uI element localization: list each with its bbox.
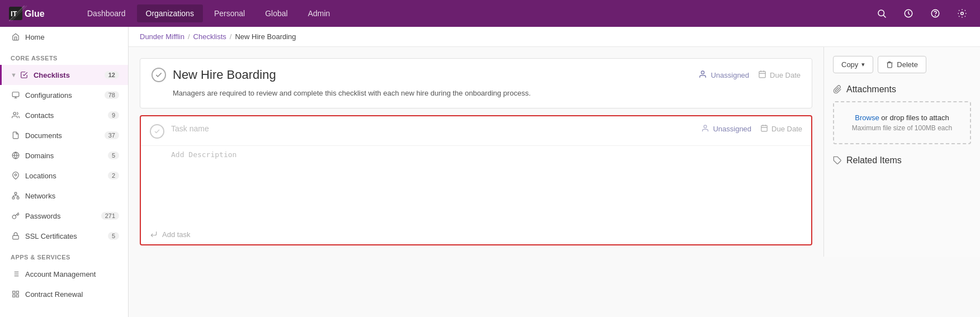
nav-right-icons [873,4,971,22]
sidebar-item-domains[interactable]: Domains 5 [0,145,128,165]
sidebar-item-locations[interactable]: Locations 2 [0,165,128,186]
assignee-label: Unassigned [711,71,749,79]
domains-icon [11,150,21,160]
drop-text: or drop files to attach [879,113,949,122]
sidebar-locations-label: Locations [25,172,108,180]
nav-dashboard[interactable]: Dashboard [78,4,135,22]
task-input-area [171,123,701,134]
svg-rect-18 [17,197,19,199]
svg-rect-19 [12,197,15,199]
delete-button[interactable]: Delete [878,56,926,73]
sidebar-item-networks[interactable]: Networks [0,186,128,206]
due-date-button[interactable]: Due Date [758,70,801,80]
breadcrumb-sep-1: / [188,32,190,41]
top-navigation: IT Glue Dashboard Organizations Personal… [0,0,980,27]
history-icon[interactable] [899,4,917,22]
sidebar-item-documents[interactable]: Documents 37 [0,125,128,145]
checklist-complete-button[interactable] [152,68,166,82]
task-assignee-icon [701,124,709,134]
svg-rect-31 [16,295,18,297]
ssl-icon [11,231,21,241]
sidebar-item-contract-renewal[interactable]: Contract Renewal [0,284,128,304]
checklists-icon [19,70,29,80]
sidebar-passwords-label: Passwords [25,212,101,220]
main-panel: New Hire Boarding Unassigned [129,47,823,257]
breadcrumb-org[interactable]: Dunder Mifflin [140,32,184,41]
sidebar-item-configurations[interactable]: Configurations 78 [0,85,128,105]
sidebar-item-ssl-certificates[interactable]: SSL Certificates 5 [0,226,128,246]
related-items-section: Related Items [833,155,971,165]
copy-button[interactable]: Copy ▾ [833,56,873,73]
sidebar-networks-label: Networks [25,192,119,200]
networks-icon [11,191,21,201]
task-assignee-label: Unassigned [713,125,751,133]
nav-organizations[interactable]: Organizations [137,4,203,22]
sidebar-home-label: Home [25,33,119,41]
svg-rect-38 [761,125,768,131]
checklists-count: 12 [105,71,119,79]
task-check-button[interactable] [150,124,164,139]
related-items-label: Related Items [846,155,902,165]
configurations-count: 78 [105,91,119,99]
documents-icon [11,130,21,140]
sidebar-item-home[interactable]: Home [0,27,128,47]
attachment-dropzone[interactable]: Browse or drop files to attach Maximum f… [833,101,971,144]
svg-point-9 [935,15,936,16]
browse-button[interactable]: Browse [855,113,879,122]
add-task-button[interactable]: Add task [141,225,811,244]
sidebar: Home Core Assets ▼ Checklists 12 Configu… [0,27,129,317]
breadcrumb: Dunder Mifflin / Checklists / New Hire B… [129,27,980,47]
checklist-title: New Hire Boarding [173,68,698,82]
sidebar-item-checklists[interactable]: ▼ Checklists 12 [0,65,128,85]
sidebar-item-contacts[interactable]: Contacts 9 [0,105,128,125]
search-icon[interactable] [873,4,891,22]
sidebar-item-passwords[interactable]: Passwords 271 [0,206,128,226]
nav-global[interactable]: Global [256,4,296,22]
domains-count: 5 [108,152,119,159]
task-meta: Unassigned Due Date [701,123,802,134]
checklist-meta: Unassigned Due Date [698,70,801,81]
paperclip-icon [833,85,842,94]
nav-admin[interactable]: Admin [299,4,339,22]
task-name-input[interactable] [171,123,701,134]
svg-line-6 [883,15,886,17]
logo-image: IT Glue [9,6,65,21]
svg-point-17 [15,174,17,176]
task-assignee-button[interactable]: Unassigned [701,124,751,134]
chevron-icon: ▼ [11,72,17,78]
sidebar-documents-label: Documents [25,131,105,140]
help-icon[interactable] [926,4,944,22]
settings-icon[interactable] [953,4,971,22]
attachment-drop-text: Browse or drop files to attach [845,113,959,122]
ssl-count: 5 [108,232,119,240]
copy-label: Copy [841,60,858,69]
sidebar-checklists-label: Checklists [34,71,105,79]
trash-icon [886,61,893,68]
main-content-area: Dunder Mifflin / Checklists / New Hire B… [129,27,980,317]
attachments-title: Attachments [833,84,971,94]
breadcrumb-section[interactable]: Checklists [193,32,226,41]
checklist-description: Managers are required to review and comp… [152,88,801,99]
svg-rect-30 [13,295,15,297]
nav-personal[interactable]: Personal [205,4,254,22]
checklist-header-card: New Hire Boarding Unassigned [140,58,812,108]
svg-point-14 [13,112,16,115]
task-due-date-button[interactable]: Due Date [760,124,802,134]
calendar-icon [758,70,766,80]
svg-point-10 [961,12,964,15]
task-calendar-icon [760,124,768,134]
add-task-label: Add task [162,230,191,239]
svg-rect-29 [16,291,18,294]
sidebar-item-account-management[interactable]: Account Management [0,264,128,284]
right-actions: Copy ▾ Delete [833,56,971,73]
task-description-area [141,146,811,225]
svg-rect-20 [15,192,17,195]
checklist-title-row: New Hire Boarding Unassigned [152,68,801,82]
sidebar-section-core-assets: Core Assets [0,47,128,65]
assignee-button[interactable]: Unassigned [698,70,749,81]
svg-rect-21 [13,235,19,239]
task-area: Unassigned Due Date [140,115,812,245]
task-description-input[interactable] [171,150,802,195]
home-icon [11,32,21,42]
sidebar-account-mgmt-label: Account Management [25,270,119,278]
